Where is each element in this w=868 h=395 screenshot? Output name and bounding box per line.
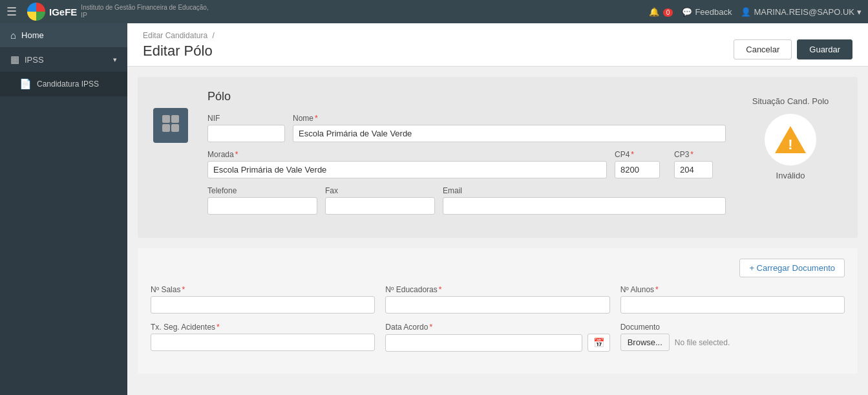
nome-label: Nome* <box>293 114 726 123</box>
svg-rect-0 <box>162 115 170 123</box>
form-group-nome: Nome* <box>293 114 726 142</box>
bottom-row-extra: Tx. Seg. Acidentes* Data Acordo* 📅 <box>151 323 845 352</box>
upload-document-button[interactable]: + Carregar Documento <box>739 259 845 277</box>
bottom-section: + Carregar Documento Nº Salas* Nº Educad… <box>138 248 858 374</box>
header-actions: Cancelar Guardar <box>734 39 852 59</box>
data-acordo-input-group: 📅 <box>385 334 609 352</box>
form-row-contact: Telefone Fax Email <box>207 186 726 215</box>
svg-text:!: ! <box>788 136 792 153</box>
cp4-input[interactable] <box>615 161 660 178</box>
calendar-button[interactable]: 📅 <box>587 334 610 352</box>
chevron-down-icon: ▾ <box>857 7 862 17</box>
form-group-documento: Documento Browse... No file selected. <box>620 323 845 352</box>
notification-bell[interactable]: 🔔 0 <box>649 7 673 17</box>
institute-name: Instituto de Gestão Financeira de Educaç… <box>81 4 210 19</box>
feedback-label: Feedback <box>695 7 732 17</box>
alunos-label: Nº Alunos* <box>620 285 845 294</box>
grid-icon: ▦ <box>10 54 19 65</box>
nome-input[interactable] <box>293 125 726 142</box>
main-content: Editar Candidatura / Editar Pólo Cancela… <box>127 23 868 395</box>
telefone-input[interactable] <box>207 197 317 215</box>
navbar-right: 🔔 0 💬 Feedback 👤 MARINA.REIS@SAPO.UK ▾ <box>649 7 862 17</box>
tx-seg-input[interactable] <box>151 334 375 351</box>
fax-input[interactable] <box>325 197 435 215</box>
form-group-cp4: CP4* <box>615 150 666 178</box>
status-panel: Situação Cand. Polo ! Inválido <box>739 90 842 222</box>
form-group-alunos: Nº Alunos* <box>620 285 845 314</box>
polo-form-section: Pólo NIF Nome* <box>138 77 858 238</box>
svg-rect-2 <box>162 124 170 132</box>
polo-form-title: Pólo <box>207 90 726 103</box>
data-acordo-input[interactable] <box>385 334 582 352</box>
salas-input[interactable] <box>151 296 375 314</box>
brand-logo <box>27 3 45 21</box>
form-group-data-acordo: Data Acordo* 📅 <box>385 323 609 352</box>
feedback-button[interactable]: 💬 Feedback <box>682 7 732 17</box>
morada-required: * <box>235 150 238 159</box>
user-icon: 👤 <box>741 7 751 17</box>
sidebar-sub-ipss: 📄 Candidatura IPSS <box>0 72 127 96</box>
alunos-input[interactable] <box>620 296 845 314</box>
documento-input-group: Browse... No file selected. <box>620 334 845 351</box>
doc-icon: 📄 <box>19 78 32 90</box>
form-group-telefone: Telefone <box>207 186 317 215</box>
bottom-row-counts: Nº Salas* Nº Educadoras* Nº Alunos* <box>151 285 845 314</box>
sidebar: ⌂ Home ▦ IPSS ▾ 📄 Candidatura IPSS <box>0 23 127 395</box>
browse-button[interactable]: Browse... <box>620 334 670 351</box>
warning-icon: ! <box>773 122 808 157</box>
bell-icon: 🔔 <box>649 7 659 17</box>
form-group-morada: Morada* <box>207 150 607 178</box>
form-group-salas: Nº Salas* <box>151 285 375 314</box>
tx-seg-label: Tx. Seg. Acidentes* <box>151 323 375 332</box>
status-icon-circle: ! <box>765 114 816 165</box>
navbar: ☰ IGeFE Instituto de Gestão Financeira d… <box>0 0 868 23</box>
documento-label: Documento <box>620 323 845 332</box>
morada-input[interactable] <box>207 161 607 178</box>
user-label: MARINA.REIS@SAPO.UK <box>754 7 854 17</box>
educadoras-input[interactable] <box>385 296 609 314</box>
page-header: Editar Candidatura / Editar Pólo Cancela… <box>127 23 868 67</box>
breadcrumb-parent[interactable]: Editar Candidatura <box>143 31 207 40</box>
chevron-icon: ▾ <box>113 56 117 64</box>
no-file-text: No file selected. <box>675 338 730 347</box>
breadcrumb: Editar Candidatura / <box>143 31 217 40</box>
email-input[interactable] <box>443 197 726 215</box>
page-title: Editar Pólo <box>143 43 217 59</box>
bottom-header: + Carregar Documento <box>151 259 845 277</box>
user-menu[interactable]: 👤 MARINA.REIS@SAPO.UK ▾ <box>741 7 862 17</box>
nif-label: NIF <box>207 114 285 123</box>
form-group-email: Email <box>443 186 726 215</box>
status-title: Situação Cand. Polo <box>752 96 829 106</box>
data-acordo-label: Data Acordo* <box>385 323 609 332</box>
email-label: Email <box>443 186 726 195</box>
nif-input[interactable] <box>207 125 285 142</box>
svg-rect-1 <box>171 115 179 123</box>
header-left: Editar Candidatura / Editar Pólo <box>143 31 217 59</box>
chat-icon: 💬 <box>682 7 692 17</box>
status-label: Inválido <box>776 171 805 180</box>
brand: IGeFE Instituto de Gestão Financeira de … <box>27 3 210 21</box>
form-group-nif: NIF <box>207 114 285 142</box>
cancel-button[interactable]: Cancelar <box>734 39 792 59</box>
form-row-morada: Morada* CP4* CP3* <box>207 150 726 178</box>
fax-label: Fax <box>325 186 435 195</box>
brand-name: IGeFE <box>49 6 77 17</box>
calendar-icon: 📅 <box>593 337 604 348</box>
form-group-fax: Fax <box>325 186 435 215</box>
form-group-educadoras: Nº Educadoras* <box>385 285 609 314</box>
sidebar-item-home[interactable]: ⌂ Home <box>0 23 127 47</box>
cp4-label: CP4* <box>615 150 666 159</box>
sidebar-item-ipss-label: IPSS <box>25 55 44 65</box>
sidebar-item-ipss[interactable]: ▦ IPSS ▾ <box>0 47 127 72</box>
nome-required: * <box>315 114 318 123</box>
layout: ⌂ Home ▦ IPSS ▾ 📄 Candidatura IPSS Edita… <box>0 23 868 395</box>
save-button[interactable]: Guardar <box>797 39 852 59</box>
breadcrumb-separator: / <box>212 31 214 40</box>
home-icon: ⌂ <box>10 30 16 41</box>
sidebar-item-candidatura-ipss[interactable]: 📄 Candidatura IPSS <box>0 72 127 96</box>
polo-icon <box>161 114 180 137</box>
hamburger-icon[interactable]: ☰ <box>6 5 17 19</box>
cp3-input[interactable] <box>674 161 713 178</box>
form-group-tx-seg: Tx. Seg. Acidentes* <box>151 323 375 352</box>
svg-rect-3 <box>171 124 179 132</box>
